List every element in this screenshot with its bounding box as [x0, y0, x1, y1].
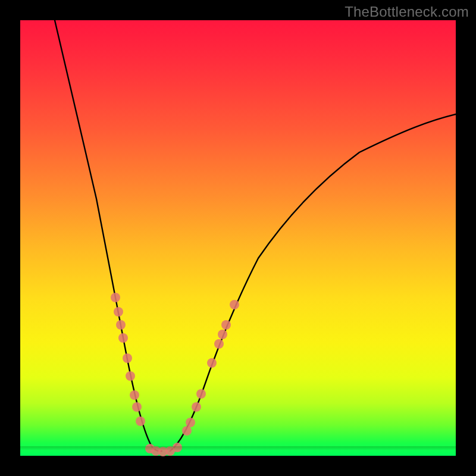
marker-dot — [136, 416, 145, 426]
marker-group — [111, 293, 239, 456]
marker-dot — [218, 330, 227, 339]
marker-dot — [221, 320, 231, 330]
marker-dot — [114, 307, 123, 317]
marker-dot — [132, 402, 142, 412]
marker-dot — [111, 293, 120, 302]
marker-dot — [192, 402, 201, 412]
right-curve — [170, 114, 456, 451]
marker-dot — [196, 389, 206, 399]
marker-dot — [207, 358, 217, 368]
marker-dot — [116, 320, 126, 330]
watermark-text: TheBottleneck.com — [345, 4, 469, 20]
marker-dot — [214, 339, 224, 349]
chart-svg — [20, 20, 456, 456]
plot-area — [20, 20, 456, 456]
marker-dot — [118, 333, 128, 343]
marker-dot — [173, 443, 182, 452]
outer-frame: TheBottleneck.com — [0, 0, 476, 476]
marker-dot — [130, 390, 139, 400]
marker-dot — [126, 371, 135, 381]
marker-dot — [182, 426, 192, 436]
marker-dot — [230, 300, 239, 309]
left-curve — [55, 20, 162, 451]
marker-dot — [123, 353, 132, 363]
marker-dot — [186, 418, 195, 427]
